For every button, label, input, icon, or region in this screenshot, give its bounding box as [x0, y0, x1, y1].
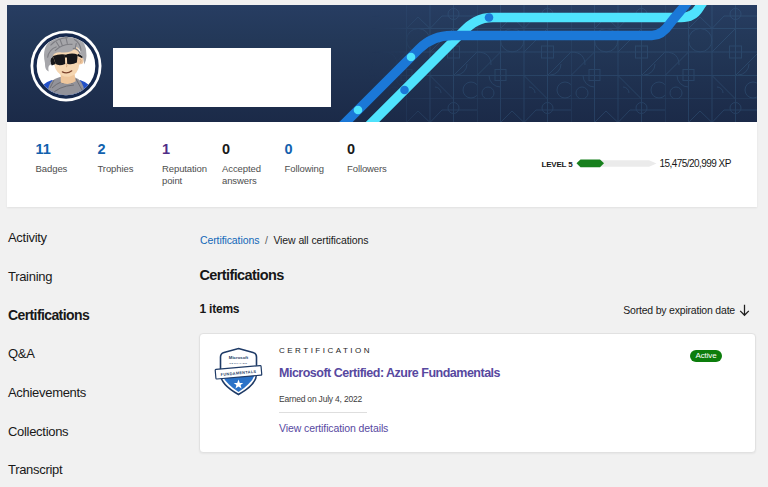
svg-text:CERTIFIED: CERTIFIED: [229, 362, 248, 365]
svg-text:Microsoft: Microsoft: [229, 355, 249, 360]
